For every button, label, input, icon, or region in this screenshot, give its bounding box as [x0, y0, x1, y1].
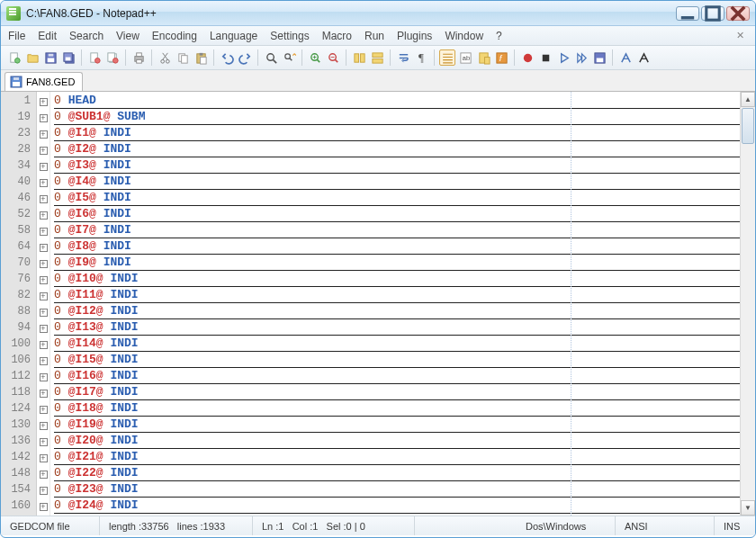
save-icon[interactable]	[42, 49, 58, 66]
fold-toggle[interactable]: +	[37, 158, 50, 175]
menubar-close-icon[interactable]: ✕	[736, 30, 748, 41]
menu-macro[interactable]: Macro	[322, 30, 352, 42]
play-multi-icon[interactable]	[573, 49, 590, 66]
code-line[interactable]: 0 @I14@ INDI	[54, 336, 740, 352]
fold-toggle[interactable]: +	[37, 207, 50, 223]
show-all-chars-icon[interactable]: ¶	[413, 49, 429, 66]
fold-toggle[interactable]: +	[37, 401, 50, 417]
replace-icon[interactable]	[281, 49, 297, 66]
fold-toggle[interactable]: +	[37, 320, 50, 336]
fold-toggle[interactable]: +	[37, 466, 50, 482]
editor[interactable]: 1192328344046525864707682889410010611211…	[1, 92, 755, 516]
code-line[interactable]: 0 @I15@ INDI	[54, 352, 740, 368]
toolbar-icon-b[interactable]	[635, 49, 652, 66]
code-line[interactable]: 0 @I13@ INDI	[54, 319, 740, 336]
menu-file[interactable]: File	[8, 30, 25, 42]
paste-icon[interactable]	[193, 49, 209, 66]
titlebar[interactable]: C:\FAN8.GED - Notepad++	[1, 1, 755, 26]
fold-toggle[interactable]: +	[37, 126, 50, 142]
menu-view[interactable]: View	[116, 30, 140, 42]
status-eol[interactable]: Dos\Windows	[517, 516, 616, 535]
code-line[interactable]: 0 @I3@ INDI	[54, 157, 740, 174]
code-line[interactable]: 0 @I18@ INDI	[54, 400, 740, 417]
new-file-icon[interactable]	[6, 49, 22, 66]
code-line[interactable]: 0 @I20@ INDI	[54, 433, 740, 449]
fold-toggle[interactable]: +	[37, 336, 50, 353]
code-line[interactable]: 0 @I8@ INDI	[54, 238, 740, 255]
status-encoding[interactable]: ANSI	[616, 516, 715, 535]
toolbar-icon-a[interactable]	[617, 49, 634, 66]
fold-toggle[interactable]: +	[37, 272, 50, 288]
code-line[interactable]: 0 @I9@ INDI	[54, 255, 740, 271]
scroll-down-icon[interactable]: ▼	[741, 500, 755, 516]
find-icon[interactable]	[263, 49, 279, 66]
maximize-button[interactable]	[701, 6, 724, 21]
fold-toggle[interactable]: +	[37, 110, 50, 126]
code-line[interactable]: 0 @SUB1@ SUBM	[54, 109, 740, 125]
code-line[interactable]: 0 @I10@ INDI	[54, 271, 740, 287]
code-line[interactable]: 0 @I6@ INDI	[54, 206, 740, 222]
scroll-thumb[interactable]	[742, 108, 754, 144]
fold-toggle[interactable]: +	[37, 498, 50, 515]
fold-toggle[interactable]: +	[37, 142, 50, 158]
code-line[interactable]: 0 @I19@ INDI	[54, 417, 740, 433]
fold-toggle[interactable]: +	[37, 353, 50, 369]
fold-toggle[interactable]: +	[37, 175, 50, 191]
doc-map-icon[interactable]	[475, 49, 491, 66]
code-line[interactable]: 0 @I7@ INDI	[54, 222, 740, 238]
undo-icon[interactable]	[219, 49, 235, 66]
fold-toggle[interactable]: +	[37, 239, 50, 256]
scroll-up-icon[interactable]: ▲	[741, 92, 755, 107]
menu-edit[interactable]: Edit	[38, 30, 57, 42]
code-line[interactable]: 0 @I5@ INDI	[54, 190, 740, 206]
copy-icon[interactable]	[175, 49, 191, 66]
code-line[interactable]: 0 @I1@ INDI	[54, 125, 740, 141]
fold-toggle[interactable]: +	[37, 223, 50, 239]
zoom-in-icon[interactable]	[307, 49, 323, 66]
menu-run[interactable]: Run	[364, 30, 384, 42]
code-line[interactable]: 0 HEAD	[54, 93, 740, 109]
record-macro-icon[interactable]	[519, 49, 536, 66]
menu-search[interactable]: Search	[69, 30, 104, 42]
minimize-button[interactable]	[676, 6, 699, 21]
open-file-icon[interactable]	[24, 49, 40, 66]
fold-toggle[interactable]: +	[37, 256, 50, 272]
redo-icon[interactable]	[237, 49, 253, 66]
close-button[interactable]	[726, 6, 750, 21]
fold-toggle[interactable]: +	[37, 191, 50, 207]
func-list-icon[interactable]: f	[493, 49, 509, 66]
menu-settings[interactable]: Settings	[270, 30, 309, 42]
menu-language[interactable]: Language	[210, 30, 257, 42]
save-macro-icon[interactable]	[591, 49, 608, 66]
stop-macro-icon[interactable]	[537, 49, 554, 66]
code-line[interactable]: 0 @I17@ INDI	[54, 384, 740, 400]
fold-toggle[interactable]: +	[37, 304, 50, 320]
fold-toggle[interactable]: +	[37, 450, 50, 466]
fold-toggle[interactable]: +	[37, 369, 50, 385]
menu-encoding[interactable]: Encoding	[152, 30, 197, 42]
fold-gutter[interactable]: ++++++++++++++++++++++++++	[37, 92, 50, 516]
fold-toggle[interactable]: +	[37, 94, 50, 110]
fold-toggle[interactable]: +	[37, 482, 50, 498]
indent-guide-icon[interactable]	[439, 49, 455, 66]
code-area[interactable]: 0 HEAD0 @SUB1@ SUBM0 @I1@ INDI0 @I2@ IND…	[50, 92, 740, 516]
save-all-icon[interactable]	[60, 49, 76, 66]
code-line[interactable]: 0 @I16@ INDI	[54, 368, 740, 384]
sync-vert-icon[interactable]	[351, 49, 367, 66]
code-line[interactable]: 0 @I2@ INDI	[54, 141, 740, 157]
menu-window[interactable]: Window	[445, 30, 483, 42]
fold-toggle[interactable]: +	[37, 385, 50, 401]
zoom-out-icon[interactable]	[325, 49, 341, 66]
code-line[interactable]: 0 @I11@ INDI	[54, 287, 740, 303]
code-line[interactable]: 0 @I23@ INDI	[54, 481, 740, 498]
code-line[interactable]: 0 @I22@ INDI	[54, 465, 740, 481]
cut-icon[interactable]	[157, 49, 173, 66]
sync-horiz-icon[interactable]	[369, 49, 385, 66]
status-ins[interactable]: INS	[715, 516, 755, 535]
fold-toggle[interactable]: +	[37, 417, 50, 434]
code-line[interactable]: 0 @I24@ INDI	[54, 498, 740, 514]
fold-toggle[interactable]: +	[37, 288, 50, 304]
code-line[interactable]: 0 @I21@ INDI	[54, 449, 740, 465]
play-macro-icon[interactable]	[555, 49, 572, 66]
close-file-icon[interactable]	[86, 49, 103, 66]
